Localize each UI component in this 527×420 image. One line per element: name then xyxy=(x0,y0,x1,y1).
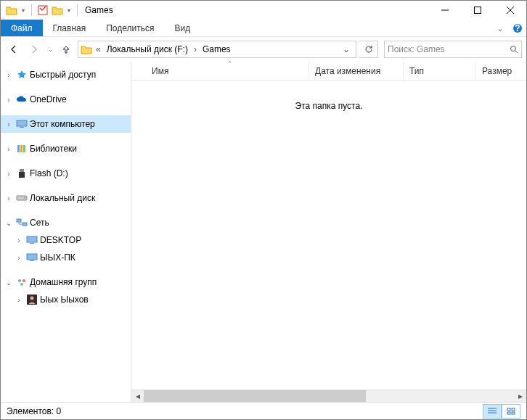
nav-user[interactable]: ›Ыых Ыыхов xyxy=(1,291,131,308)
computer-icon xyxy=(25,236,38,244)
titlebar: ▾ ▾ Games xyxy=(1,1,526,20)
svg-rect-7 xyxy=(17,145,20,152)
column-type[interactable]: Тип xyxy=(403,62,475,80)
ribbon-expand-button[interactable]: ⌄ xyxy=(491,20,509,36)
search-box[interactable] xyxy=(384,41,522,58)
tab-home[interactable]: Главная xyxy=(43,20,97,36)
svg-point-13 xyxy=(24,197,25,199)
column-name[interactable]: Имя⌃ xyxy=(146,62,309,80)
navigation-pane: ›Быстрый доступ ›OneDrive ›Этот компьюте… xyxy=(1,62,131,402)
svg-rect-11 xyxy=(19,172,25,178)
nav-onedrive[interactable]: ›OneDrive xyxy=(1,91,131,108)
scroll-thumb[interactable] xyxy=(144,390,366,402)
svg-rect-26 xyxy=(512,408,515,411)
view-details-button[interactable] xyxy=(483,404,502,419)
svg-rect-28 xyxy=(512,412,515,414)
cloud-icon xyxy=(15,95,28,104)
horizontal-scrollbar[interactable]: ◂ ▸ xyxy=(131,390,526,402)
svg-rect-27 xyxy=(507,412,510,414)
search-icon[interactable] xyxy=(510,45,518,54)
address-bar: ⌄ « Локальный диск (F:) › Games ⌄ xyxy=(1,37,526,62)
computer-icon xyxy=(25,253,38,262)
status-bar: Элементов: 0 xyxy=(1,402,526,419)
maximize-button[interactable] xyxy=(461,1,494,20)
column-date[interactable]: Дата изменения xyxy=(309,62,403,80)
search-input[interactable] xyxy=(388,44,510,54)
properties-icon[interactable] xyxy=(36,2,49,18)
svg-rect-9 xyxy=(23,145,25,152)
folder-icon xyxy=(5,2,18,18)
back-button[interactable] xyxy=(5,41,23,58)
svg-point-4 xyxy=(511,46,516,52)
tab-share[interactable]: Поделиться xyxy=(96,20,164,36)
nav-homegroup[interactable]: ⌄Домашняя групп xyxy=(1,273,131,291)
close-button[interactable] xyxy=(494,1,526,20)
qat-dropdown-icon[interactable]: ▾ xyxy=(20,2,27,18)
star-icon xyxy=(15,70,28,80)
svg-rect-1 xyxy=(474,7,481,14)
breadcrumb-current[interactable]: Games xyxy=(200,44,234,54)
svg-point-21 xyxy=(23,279,25,282)
minimize-button[interactable] xyxy=(428,1,461,20)
address-dropdown[interactable]: ⌄ xyxy=(338,44,354,54)
content-area: Имя⌃ Дата изменения Тип Размер Эта папка… xyxy=(131,62,526,402)
empty-message: Эта папка пуста. xyxy=(131,81,526,390)
window-title: Games xyxy=(85,5,113,15)
up-button[interactable] xyxy=(57,41,75,58)
nav-flash-drive[interactable]: ›Flash (D:) xyxy=(1,165,131,182)
address-field[interactable]: « Локальный диск (F:) › Games ⌄ xyxy=(78,41,356,58)
scroll-left-icon[interactable]: ◂ xyxy=(131,390,144,402)
nav-this-pc[interactable]: ›Этот компьютер xyxy=(1,115,131,133)
nav-libraries[interactable]: ›Библиотеки xyxy=(1,140,131,157)
view-icons-button[interactable] xyxy=(502,404,520,419)
svg-text:?: ? xyxy=(515,23,520,33)
svg-rect-19 xyxy=(30,260,34,261)
svg-rect-18 xyxy=(27,254,37,260)
tab-file[interactable]: Файл xyxy=(1,20,43,36)
nav-local-disk[interactable]: ›Локальный диск xyxy=(1,189,131,207)
breadcrumb-parent[interactable]: Локальный диск (F:) xyxy=(104,44,191,54)
svg-rect-6 xyxy=(20,127,24,128)
svg-rect-16 xyxy=(27,236,37,242)
svg-rect-5 xyxy=(17,120,27,126)
nav-network[interactable]: ⌄Сеть xyxy=(1,214,131,231)
usb-icon xyxy=(15,168,28,178)
nav-yih-pc[interactable]: ›ЫЫХ-ПК xyxy=(1,249,131,266)
avatar-icon xyxy=(25,295,38,305)
refresh-button[interactable] xyxy=(359,41,378,58)
forward-button[interactable] xyxy=(25,41,43,58)
svg-point-24 xyxy=(30,297,34,300)
column-headers: Имя⌃ Дата изменения Тип Размер xyxy=(131,62,526,81)
homegroup-icon xyxy=(15,277,28,287)
qat-dropdown2-icon[interactable]: ▾ xyxy=(65,2,73,18)
drive-icon xyxy=(15,194,28,202)
libraries-icon xyxy=(15,144,28,154)
svg-rect-10 xyxy=(20,169,24,172)
ribbon: Файл Главная Поделиться Вид ⌄ ? xyxy=(1,20,526,37)
svg-point-20 xyxy=(18,279,21,282)
status-text: Элементов: 0 xyxy=(7,406,61,416)
svg-rect-17 xyxy=(30,243,34,244)
svg-rect-8 xyxy=(20,145,23,152)
help-button[interactable]: ? xyxy=(509,20,526,36)
nav-quick-access[interactable]: ›Быстрый доступ xyxy=(1,66,131,83)
sort-asc-icon: ⌃ xyxy=(227,60,232,67)
column-size[interactable]: Размер xyxy=(475,62,526,80)
recent-dropdown[interactable]: ⌄ xyxy=(46,41,54,58)
computer-icon xyxy=(15,120,28,128)
nav-desktop-pc[interactable]: ›DESKTOP xyxy=(1,231,131,249)
breadcrumb-root-chevron[interactable]: « xyxy=(93,44,104,54)
network-icon xyxy=(15,218,28,227)
svg-point-22 xyxy=(20,283,23,286)
svg-rect-14 xyxy=(17,219,21,222)
chevron-right-icon[interactable]: › xyxy=(191,44,200,54)
address-folder-icon xyxy=(80,44,93,54)
tab-view[interactable]: Вид xyxy=(164,20,200,36)
svg-rect-25 xyxy=(507,408,510,411)
scroll-right-icon[interactable]: ▸ xyxy=(514,390,526,402)
quick-access-toolbar: ▾ ▾ Games xyxy=(1,2,113,18)
new-folder-icon[interactable] xyxy=(51,2,64,18)
